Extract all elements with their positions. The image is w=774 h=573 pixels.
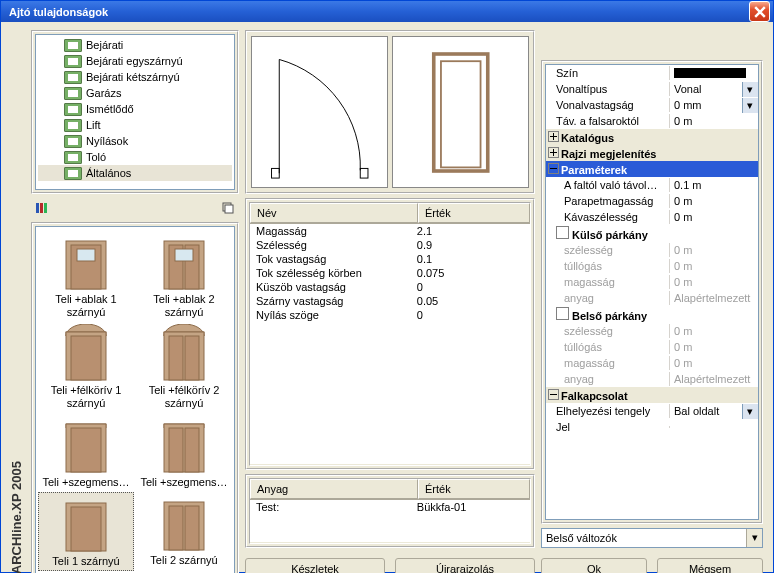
minus-icon[interactable] [548,163,559,174]
property-group[interactable]: Rajzi megjelenítés [546,145,758,161]
door-thumbnail[interactable]: Teli +szegmens… [136,414,232,491]
chevron-down-icon[interactable]: ▾ [742,404,758,419]
param-row[interactable]: Magasság2.1 [250,224,530,238]
property-checkbox-row[interactable]: Belső párkány [546,306,758,323]
property-row[interactable]: magasság0 m [546,355,758,371]
param-row[interactable]: Tok szélesség körben0.075 [250,266,530,280]
tree-item[interactable]: Nyílások [38,133,232,149]
chevron-down-icon[interactable]: ▾ [742,98,758,113]
thumbnails-panel: Teli +ablak 1 szárnyúTeli +ablak 2 szárn… [31,222,239,573]
param-row[interactable]: Szárny vastagság0.05 [250,294,530,308]
property-row[interactable]: magasság0 m [546,274,758,290]
presets-button[interactable]: Készletek [245,558,385,573]
param-header-value[interactable]: Érték [418,203,530,223]
tree-item[interactable]: Toló [38,149,232,165]
thumb-label: Teli +ablak 2 szárnyú [139,293,229,318]
door-thumbnail[interactable]: Teli 2 szárnyú [136,492,232,571]
property-row[interactable]: túllógás0 m [546,258,758,274]
door-icon [51,233,121,293]
door-thumbnail[interactable]: Teli 1 szárnyú [38,492,134,571]
property-row[interactable]: Vonalvastagság0 mm▾ [546,97,758,113]
tree-item-label: Ismétlődő [86,103,134,115]
parameter-rows[interactable]: Magasság2.1Szélesség0.9Tok vastagság0.1T… [250,224,530,464]
parameters-panel: Név Érték Magasság2.1Szélesség0.9Tok vas… [245,198,535,470]
tree-item[interactable]: Garázs [38,85,232,101]
door-thumbnail[interactable]: Teli +ablak 1 szárnyú [38,231,134,320]
plus-icon[interactable] [548,147,559,158]
property-row[interactable]: Jel [546,419,758,435]
property-checkbox-row[interactable]: Külső párkány [546,225,758,242]
tree-item[interactable]: Ismétlődő [38,101,232,117]
folder-icon [64,167,82,180]
param-row[interactable]: Küszöb vastagság0 [250,280,530,294]
thumb-label: Teli +félkörív 2 szárnyú [139,384,229,409]
svg-rect-2 [44,203,47,213]
close-icon [754,6,766,18]
property-row[interactable]: A faltól való távol…0.1 m [546,177,758,193]
param-row[interactable]: Szélesség0.9 [250,238,530,252]
param-row[interactable]: Nyílás szöge0 [250,308,530,322]
category-tree[interactable]: BejáratiBejárati egyszárnyúBejárati kéts… [35,34,235,190]
dialog-title: Ajtó tulajdonságok [9,6,108,18]
property-row[interactable]: VonaltípusVonal▾ [546,81,758,97]
tree-item[interactable]: Általános [38,165,232,181]
checkbox[interactable] [556,307,569,320]
svg-rect-0 [36,203,39,213]
param-header-name[interactable]: Név [250,203,418,223]
thumb-label: Teli 2 szárnyú [150,554,217,567]
plus-icon[interactable] [548,131,559,142]
property-tree[interactable]: SzínVonaltípusVonal▾Vonalvastagság0 mm▾T… [545,64,759,520]
property-row[interactable]: anyagAlapértelmezett [546,290,758,306]
door-thumbnail[interactable]: Teli +ablak 2 szárnyú [136,231,232,320]
material-row[interactable]: Test:Bükkfa-01 [250,500,530,514]
property-row[interactable]: Szín [546,65,758,81]
door-icon [51,324,121,384]
library-icon-button[interactable] [33,199,51,217]
door-icon [149,416,219,476]
title-bar: Ajtó tulajdonságok [1,1,773,22]
property-group[interactable]: Falkapcsolat [546,387,758,403]
ok-button[interactable]: Ok [541,558,647,573]
minus-icon[interactable] [548,389,559,400]
door-thumbnail-grid[interactable]: Teli +ablak 1 szárnyúTeli +ablak 2 szárn… [35,226,235,573]
property-row[interactable]: Elhelyezési tengelyBal oldalt▾ [546,403,758,419]
door-thumbnail[interactable]: Teli +szegmens… [38,414,134,491]
tree-item[interactable]: Bejárati kétszárnyú [38,69,232,85]
param-row[interactable]: Tok vastagság0.1 [250,252,530,266]
property-group[interactable]: Katalógus [546,129,758,145]
door-icon [51,416,121,476]
tree-item[interactable]: Bejárati egyszárnyú [38,53,232,69]
property-row[interactable]: Kávaszélesség0 m [546,209,758,225]
side-label: ARCHline.XP 2005 [7,30,25,573]
color-swatch[interactable] [674,68,746,78]
tree-toolbar [31,198,239,218]
property-group[interactable]: Paraméterek [546,161,758,177]
svg-rect-26 [185,506,199,550]
chevron-down-icon[interactable]: ▾ [746,529,762,547]
svg-rect-29 [434,54,488,171]
svg-rect-30 [441,61,481,167]
mat-header-name[interactable]: Anyag [250,479,418,499]
door-thumbnail[interactable]: Teli +félkörív 1 szárnyú [38,322,134,411]
property-row[interactable]: szélesség0 m [546,242,758,258]
checkbox[interactable] [556,226,569,239]
property-row[interactable]: túllógás0 m [546,339,758,355]
close-button[interactable] [749,1,770,22]
property-row[interactable]: anyagAlapértelmezett [546,371,758,387]
material-rows[interactable]: Test:Bükkfa-01 [250,500,530,542]
cancel-button[interactable]: Mégsem [657,558,763,573]
property-row[interactable]: Táv. a falsaroktól0 m [546,113,758,129]
redraw-button[interactable]: Újrarajzolás [395,558,535,573]
dialog-window: Ajtó tulajdonságok ARCHline.XP 2005 Bejá… [0,0,774,573]
door-icon [149,233,219,293]
copy-icon-button[interactable] [219,199,237,217]
property-row[interactable]: Parapetmagasság0 m [546,193,758,209]
svg-rect-13 [71,336,101,380]
property-row[interactable]: szélesség0 m [546,323,758,339]
door-thumbnail[interactable]: Teli +félkörív 2 szárnyú [136,322,232,411]
tree-item[interactable]: Lift [38,117,232,133]
tree-item[interactable]: Bejárati [38,37,232,53]
chevron-down-icon[interactable]: ▾ [742,82,758,97]
mat-header-value[interactable]: Érték [418,479,530,499]
variant-combo[interactable]: Belső változók ▾ [541,528,763,548]
